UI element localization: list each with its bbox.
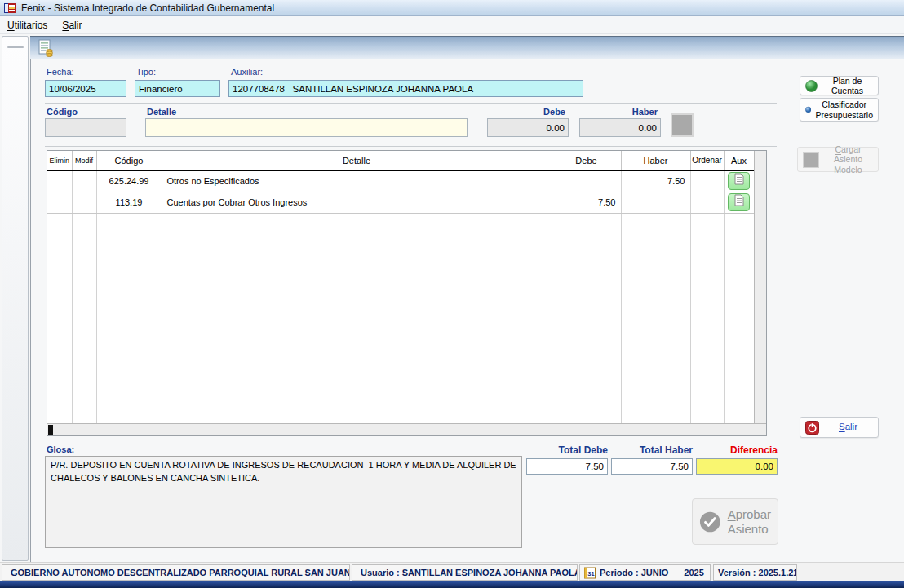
blank-gray-button[interactable] [671, 113, 694, 137]
cell-elimin[interactable] [47, 170, 72, 192]
aux-button[interactable] [728, 172, 750, 190]
col-debe: Debe [552, 151, 621, 170]
col-haber: Haber [621, 151, 690, 170]
cell-debe [552, 170, 621, 192]
button-label: Clasificador Presupuestario [815, 99, 873, 119]
plan-de-cuentas-button[interactable]: Plan de Cuentas [800, 76, 879, 95]
col-detalle: Detalle [162, 151, 552, 170]
panel-grabber [7, 46, 24, 48]
cell-codigo: 113.19 [96, 192, 162, 213]
cell-ordenar[interactable] [690, 192, 724, 213]
detalle-field[interactable] [145, 118, 468, 137]
cargar-asiento-modelo-button[interactable]: Cargar Asiento Modelo [797, 147, 879, 172]
diferencia-label: Diferencia [696, 444, 778, 456]
document-icon [734, 173, 744, 185]
application-window: Fenix - Sistema Integrado de Contabilida… [0, 0, 904, 588]
haber-field[interactable] [579, 118, 661, 137]
salir-button[interactable]: Salir [800, 417, 879, 438]
tipo-label: Tipo: [136, 67, 156, 77]
fecha-label: Fecha: [47, 67, 74, 77]
col-codigo: Código [96, 151, 162, 170]
calendar-icon: 31 [584, 567, 596, 579]
total-debe-label: Total Debe [526, 444, 608, 456]
auxiliar-label: Auxiliar: [231, 67, 263, 77]
detalle-label: Detalle [147, 107, 176, 117]
cell-elimin[interactable] [47, 192, 72, 213]
cell-ordenar[interactable] [690, 170, 724, 192]
total-haber-field [611, 458, 693, 475]
button-label: Aprobar Asiento [728, 507, 771, 536]
power-icon [805, 421, 819, 435]
window-bottom-edge [0, 581, 904, 588]
status-period: 31 Periodo : JUNIO 2025 [579, 564, 711, 581]
glosa-textarea[interactable] [45, 456, 522, 548]
table-empty-area [47, 213, 754, 423]
cell-haber: 7.50 [621, 170, 690, 192]
table-header-row: Elimin Modif Código Detalle Debe Haber O… [47, 151, 754, 170]
svg-text:31: 31 [587, 570, 594, 577]
debe-label: Debe [487, 107, 565, 117]
menu-bar: Utilitarios Salir [0, 16, 904, 34]
separator-line [45, 146, 777, 147]
blue-sphere-icon [805, 104, 811, 116]
title-bar: Fenix - Sistema Integrado de Contabilida… [0, 0, 904, 16]
gray-square-icon [803, 152, 819, 168]
cell-detalle: Cuentas por Cobrar Otros Ingresos [162, 192, 552, 213]
table-row[interactable]: 625.24.99 Otros no Especificados 7.50 [47, 170, 754, 192]
report-document-icon[interactable] [37, 39, 55, 57]
scrollbar-thumb[interactable] [48, 425, 53, 435]
status-version: Versión : 2025.1.21 [713, 564, 797, 581]
glosa-label: Glosa: [47, 444, 74, 454]
cell-haber [621, 192, 690, 213]
auxiliar-field[interactable] [228, 80, 583, 97]
menu-salir[interactable]: Salir [55, 16, 89, 34]
button-label: Plan de Cuentas [822, 76, 873, 95]
fecha-field[interactable] [45, 80, 126, 97]
table-row[interactable]: 113.19 Cuentas por Cobrar Otros Ingresos… [47, 192, 754, 213]
button-label: Cargar Asiento Modelo [823, 144, 873, 174]
button-label: Salir [823, 422, 873, 432]
total-debe-field [526, 458, 608, 475]
codigo-label: Código [47, 107, 78, 117]
window-title: Fenix - Sistema Integrado de Contabilida… [21, 2, 274, 14]
cell-detalle: Otros no Especificados [162, 170, 552, 192]
cell-codigo: 625.24.99 [96, 170, 162, 192]
menu-utilitarios[interactable]: Utilitarios [0, 16, 55, 34]
cell-debe: 7.50 [552, 192, 621, 213]
status-entity: GOBIERNO AUTONOMO DESCENTRALIZADO PARROQ… [2, 564, 350, 581]
haber-label: Haber [579, 107, 658, 117]
tipo-field[interactable] [135, 80, 220, 97]
status-bar: GOBIERNO AUTONOMO DESCENTRALIZADO PARROQ… [0, 562, 904, 581]
entries-table: Elimin Modif Código Detalle Debe Haber O… [47, 150, 767, 436]
vertical-scrollbar[interactable] [754, 151, 766, 423]
status-user: Usuario : SANTILLAN ESPINOZA JOHANNA PAO… [352, 564, 578, 581]
app-icon [3, 2, 16, 15]
check-circle-icon [699, 511, 721, 533]
separator-line [45, 103, 777, 104]
collapsed-side-panel[interactable] [2, 36, 29, 561]
col-ordenar: Ordenar [690, 151, 724, 170]
clasificador-presupuestario-button[interactable]: Clasificador Presupuestario [800, 98, 879, 122]
cell-aux [724, 170, 754, 192]
document-icon [734, 194, 744, 206]
col-modif: Modif [72, 151, 96, 170]
col-elimin: Elimin [47, 151, 72, 170]
form-toolbar [30, 36, 904, 59]
diferencia-field [696, 458, 778, 475]
cell-modif[interactable] [72, 192, 96, 213]
total-haber-label: Total Haber [611, 444, 693, 456]
col-aux: Aux [724, 151, 754, 170]
codigo-field[interactable] [45, 118, 126, 137]
cell-aux [724, 192, 754, 213]
aux-button[interactable] [728, 193, 750, 211]
aprobar-asiento-button[interactable]: Aprobar Asiento [692, 498, 778, 545]
green-sphere-icon [805, 80, 818, 92]
cell-modif[interactable] [72, 170, 96, 192]
horizontal-scrollbar[interactable] [47, 423, 766, 435]
debe-field[interactable] [487, 118, 569, 137]
